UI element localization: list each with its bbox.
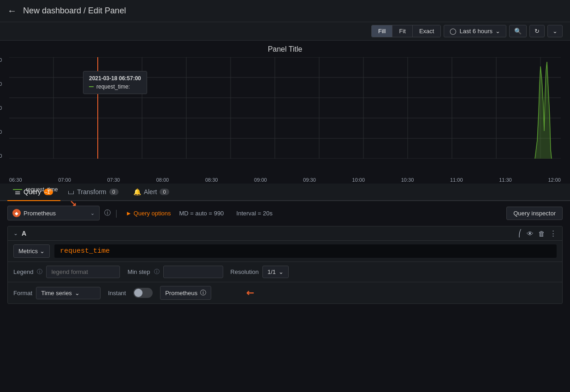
x-label-0730: 07:30 bbox=[107, 177, 120, 183]
x-label-1100: 11:00 bbox=[450, 177, 463, 183]
legend-group: Legend ⓘ bbox=[13, 266, 120, 278]
datasource-chevron-icon: ⌄ bbox=[90, 210, 95, 216]
delete-query-icon[interactable]: 🗑 bbox=[538, 230, 545, 238]
more-icon: ⌄ bbox=[552, 28, 558, 35]
page-title: New dashboard / Edit Panel bbox=[23, 6, 126, 16]
query-inspector-button[interactable]: Query inspector bbox=[506, 207, 563, 220]
metrics-chevron-icon: ⌄ bbox=[40, 248, 45, 255]
more-button[interactable]: ⌄ bbox=[547, 25, 563, 37]
transform-tab-label: Transform bbox=[77, 188, 106, 196]
datasource-row: ◆ Prometheus ⌄ ⓘ | ► Query options MD = … bbox=[7, 206, 563, 220]
drag-handle-icon[interactable]: ⋮ bbox=[550, 229, 557, 238]
zoom-button[interactable]: 🔍 bbox=[509, 25, 527, 37]
format-select[interactable]: Time series ⌄ bbox=[36, 287, 101, 299]
collapse-icon[interactable]: ⌄ bbox=[13, 230, 18, 237]
fit-button[interactable]: Fit bbox=[392, 25, 412, 37]
prometheus-badge-help-icon[interactable]: ⓘ bbox=[200, 289, 206, 297]
interval-info: Interval = 20s bbox=[237, 210, 273, 217]
x-label-1130: 11:30 bbox=[499, 177, 512, 183]
query-options-button[interactable]: ► Query options bbox=[122, 208, 175, 219]
help-icon[interactable]: ⓘ bbox=[104, 209, 111, 217]
prometheus-badge-label: Prometheus bbox=[165, 290, 197, 297]
time-chevron-icon: ⌄ bbox=[495, 28, 500, 35]
query-letter: A bbox=[22, 230, 26, 237]
transform-tab-badge: 0 bbox=[109, 189, 119, 195]
y-label-60: 60 bbox=[0, 81, 2, 87]
metrics-row: Metrics ⌄ bbox=[8, 241, 562, 262]
instant-toggle[interactable] bbox=[133, 288, 153, 298]
metrics-button[interactable]: Metrics ⌄ bbox=[13, 244, 50, 258]
x-label-1030: 10:30 bbox=[401, 177, 414, 183]
resolution-group: Resolution 1/1 ⌄ bbox=[231, 266, 289, 278]
format-group: Format Time series ⌄ bbox=[13, 287, 101, 299]
chart-svg bbox=[9, 57, 561, 159]
x-label-1000: 10:00 bbox=[352, 177, 365, 183]
view-mode-group: Fill Fit Exact bbox=[371, 25, 441, 37]
legend-label: Legend bbox=[13, 268, 33, 275]
resolution-value: 1/1 bbox=[267, 268, 276, 275]
refresh-button[interactable]: ↻ bbox=[529, 25, 545, 37]
separator: | bbox=[115, 208, 118, 218]
legend-input[interactable] bbox=[46, 266, 120, 278]
resolution-label: Resolution bbox=[231, 268, 259, 275]
clock-icon: ◯ bbox=[450, 28, 457, 35]
min-step-group: Min step ⓘ bbox=[127, 266, 223, 278]
query-options-label: Query options bbox=[134, 210, 171, 217]
format-label: Format bbox=[13, 290, 32, 297]
toolbar: Fill Fit Exact ◯ Last 6 hours ⌄ 🔍 ↻ ⌄ bbox=[0, 22, 570, 41]
top-bar: ← New dashboard / Edit Panel bbox=[0, 0, 570, 22]
resolution-chevron-icon: ⌄ bbox=[279, 268, 284, 275]
format-chevron-icon: ⌄ bbox=[75, 290, 80, 297]
metrics-input[interactable] bbox=[54, 244, 557, 258]
y-label-40: 40 bbox=[0, 105, 2, 111]
time-range-label: Last 6 hours bbox=[459, 28, 493, 35]
legend-help-icon[interactable]: ⓘ bbox=[37, 268, 42, 276]
x-label-0800: 08:00 bbox=[156, 177, 169, 183]
query-header: ⌄ A ⎛ 👁 🗑 ⋮ bbox=[8, 226, 562, 241]
transform-tab-icon: ⌴ bbox=[68, 188, 74, 196]
panel-title: Panel Title bbox=[9, 45, 561, 53]
x-label-0830: 08:30 bbox=[205, 177, 218, 183]
y-label-80: 80 bbox=[0, 57, 2, 63]
time-range-button[interactable]: ◯ Last 6 hours ⌄ bbox=[444, 25, 506, 37]
metrics-label: Metrics bbox=[18, 248, 38, 255]
instant-label: Instant bbox=[108, 290, 126, 297]
arrow-annotation-1: ↘ bbox=[70, 198, 77, 208]
arrow-annotation-2: ↙ bbox=[243, 286, 257, 300]
query-actions: ⎛ 👁 🗑 ⋮ bbox=[518, 229, 557, 238]
back-icon[interactable]: ← bbox=[7, 6, 17, 16]
x-label-0930: 09:30 bbox=[303, 177, 316, 183]
svg-marker-19 bbox=[535, 62, 552, 159]
md-separator bbox=[228, 210, 232, 217]
md-info: MD = auto = 990 bbox=[179, 210, 224, 217]
chart-container: 80 60 40 20 0 06:30 07:00 07:30 08:00 08… bbox=[9, 57, 561, 172]
legend-minstep-row: Legend ⓘ Min step ⓘ Resolution 1/1 ⌄ bbox=[8, 262, 562, 282]
y-label-20: 20 bbox=[0, 129, 2, 135]
refresh-icon: ↻ bbox=[534, 28, 540, 35]
x-label-0900: 09:00 bbox=[254, 177, 267, 183]
tab-transform[interactable]: ⌴ Transform 0 ↘ bbox=[60, 184, 125, 201]
query-options-chevron: ► bbox=[126, 210, 132, 217]
datasource-select[interactable]: ◆ Prometheus ⌄ bbox=[7, 206, 100, 220]
min-step-help-icon[interactable]: ⓘ bbox=[154, 268, 160, 276]
min-step-label: Min step bbox=[127, 268, 150, 275]
copy-query-icon[interactable]: ⎛ bbox=[518, 229, 522, 238]
format-value: Time series bbox=[41, 290, 72, 297]
x-label-0700: 07:00 bbox=[58, 177, 71, 183]
datasource-name: Prometheus bbox=[24, 210, 88, 217]
format-row: Format Time series ⌄ Instant Prometheus … bbox=[8, 282, 562, 303]
legend-line-color bbox=[13, 189, 22, 190]
query-editor: ⌄ A ⎛ 👁 🗑 ⋮ Metrics ⌄ Legend ⓘ bbox=[7, 226, 563, 304]
prometheus-icon: ◆ bbox=[12, 209, 21, 217]
fill-button[interactable]: Fill bbox=[372, 25, 393, 37]
y-label-0: 0 bbox=[0, 153, 2, 159]
query-section: ◆ Prometheus ⌄ ⓘ | ► Query options MD = … bbox=[0, 201, 570, 309]
x-label-0630: 06:30 bbox=[9, 177, 22, 183]
min-step-input[interactable] bbox=[163, 266, 223, 278]
eye-icon[interactable]: 👁 bbox=[527, 230, 534, 238]
zoom-icon: 🔍 bbox=[514, 28, 522, 35]
chart-area: Panel Title bbox=[0, 41, 570, 184]
resolution-select[interactable]: 1/1 ⌄ bbox=[262, 266, 289, 278]
prometheus-badge: Prometheus ⓘ bbox=[160, 286, 211, 300]
exact-button[interactable]: Exact bbox=[413, 25, 441, 37]
